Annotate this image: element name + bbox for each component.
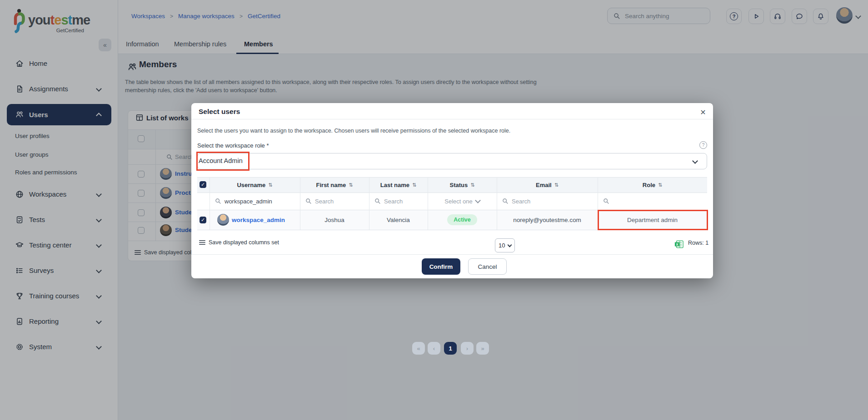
save-columns-button[interactable]: Save displayed columns set bbox=[209, 239, 279, 246]
column-header-role[interactable]: Role⇅ bbox=[598, 177, 707, 193]
username-link[interactable]: workspace_admin bbox=[232, 210, 300, 230]
divider bbox=[197, 230, 707, 230]
rows-count-label: Rows: 1 bbox=[688, 240, 708, 246]
email-filter-input[interactable]: Search bbox=[502, 193, 593, 210]
excel-export-icon[interactable]: X bbox=[674, 240, 683, 248]
role-cell: Department admin bbox=[598, 210, 707, 230]
username-filter-value: workspace_admin bbox=[224, 198, 272, 205]
email-cell: noreply@youtestme.com bbox=[497, 210, 598, 230]
status-cell: Active bbox=[428, 210, 497, 230]
sort-icon: ⇅ bbox=[268, 182, 272, 188]
column-header-status[interactable]: Status⇅ bbox=[428, 177, 497, 193]
select-all-checkbox[interactable]: ✓ bbox=[200, 181, 206, 188]
pagination-prev[interactable]: ‹ bbox=[428, 342, 440, 355]
pagination-last[interactable]: » bbox=[476, 342, 489, 355]
workspace-role-select[interactable] bbox=[197, 153, 707, 169]
pagination-next[interactable]: › bbox=[461, 342, 474, 355]
search-icon bbox=[374, 198, 381, 204]
status-filter-select[interactable]: Select one bbox=[428, 193, 497, 210]
sort-icon: ⇅ bbox=[349, 182, 353, 188]
column-header-first-name[interactable]: First name⇅ bbox=[300, 177, 369, 193]
divider bbox=[191, 119, 713, 119]
status-badge: Active bbox=[447, 214, 477, 225]
role-label: Select the workspace role * bbox=[197, 142, 269, 149]
hamburger-icon[interactable] bbox=[199, 239, 206, 246]
pagination-first[interactable]: « bbox=[412, 342, 425, 355]
dialog-title: Select users bbox=[199, 108, 240, 116]
close-icon[interactable]: ✕ bbox=[698, 107, 708, 118]
column-header-username[interactable]: Username⇅ bbox=[210, 177, 300, 193]
filter-placeholder: Search bbox=[384, 198, 403, 205]
page-size-value: 10 bbox=[499, 242, 505, 249]
sort-icon: ⇅ bbox=[658, 182, 662, 188]
avatar bbox=[217, 214, 229, 226]
info-icon[interactable]: ? bbox=[699, 141, 707, 149]
filter-placeholder: Select one bbox=[444, 198, 472, 205]
svg-text:X: X bbox=[676, 242, 678, 247]
workspace-role-value: Account Admin bbox=[199, 157, 243, 164]
first-name-filter-input[interactable]: Search bbox=[305, 193, 364, 210]
row-checkbox[interactable]: ✓ bbox=[200, 217, 206, 223]
chevron-down-icon bbox=[475, 198, 481, 203]
cancel-button[interactable]: Cancel bbox=[468, 258, 507, 275]
username-filter-input[interactable]: workspace_admin bbox=[215, 193, 297, 210]
column-header-email[interactable]: Email⇅ bbox=[497, 177, 598, 193]
divider bbox=[191, 254, 713, 255]
role-filter-input[interactable] bbox=[603, 193, 694, 210]
confirm-button[interactable]: Confirm bbox=[422, 258, 460, 275]
last-name-filter-input[interactable]: Search bbox=[374, 193, 424, 210]
page-size-select[interactable]: 10 bbox=[495, 238, 515, 252]
search-icon bbox=[305, 198, 312, 204]
chevron-down-icon bbox=[508, 242, 512, 247]
dialog-description: Select the users you want to assign to t… bbox=[197, 128, 510, 134]
sort-icon: ⇅ bbox=[470, 182, 474, 188]
first-name-cell: Joshua bbox=[300, 210, 369, 230]
search-icon bbox=[603, 198, 609, 204]
filter-placeholder: Search bbox=[512, 198, 530, 205]
last-name-cell: Valencia bbox=[369, 210, 428, 230]
search-icon bbox=[215, 198, 221, 204]
filter-placeholder: Search bbox=[315, 198, 334, 205]
pagination-page-1[interactable]: 1 bbox=[444, 342, 457, 355]
select-users-dialog: Select users ✕ Select the users you want… bbox=[191, 103, 713, 278]
sort-icon: ⇅ bbox=[412, 182, 416, 188]
column-header-last-name[interactable]: Last name⇅ bbox=[369, 177, 428, 193]
sort-icon: ⇅ bbox=[554, 182, 559, 188]
search-icon bbox=[502, 198, 509, 204]
